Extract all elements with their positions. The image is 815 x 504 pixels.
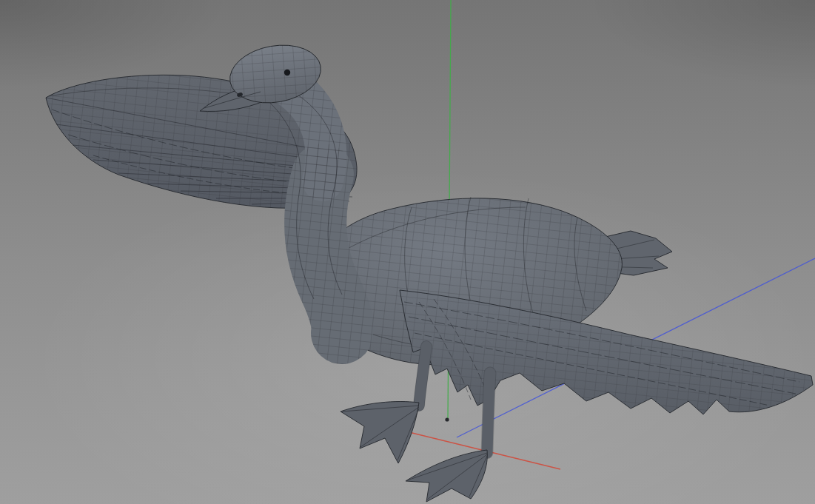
eye (284, 70, 290, 75)
viewport-3d[interactable] (0, 0, 815, 504)
scene-svg (0, 0, 815, 504)
right-foot[interactable] (406, 450, 487, 502)
origin-dot (445, 417, 449, 421)
goose-model[interactable] (46, 38, 813, 502)
near-wing[interactable] (400, 290, 813, 414)
near-wing-mesh (400, 290, 813, 414)
right-leg[interactable] (487, 373, 490, 453)
